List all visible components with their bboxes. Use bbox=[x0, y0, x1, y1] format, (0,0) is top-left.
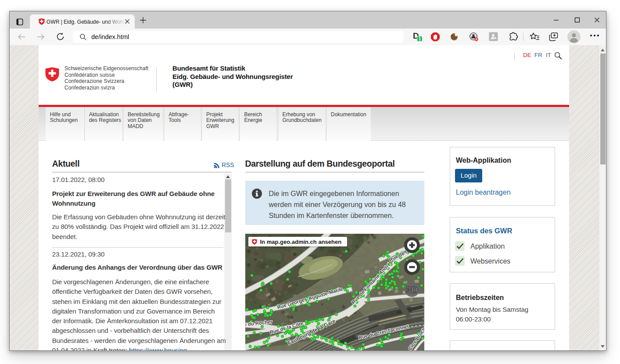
svg-text:3D: 3D bbox=[406, 285, 418, 295]
